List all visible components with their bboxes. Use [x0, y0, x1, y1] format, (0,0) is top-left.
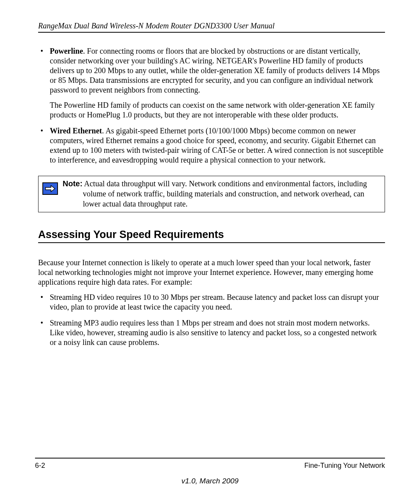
note-box: Note: Actual data throughput will vary. … — [38, 176, 385, 212]
lead-term: Wired Ethernet — [50, 126, 102, 135]
chapter-title: Fine-Tuning Your Network — [304, 462, 385, 470]
lead-rest: . For connecting rooms or floors that ar… — [50, 47, 380, 94]
version-label: v1.0, March 2009 — [0, 477, 420, 485]
header-rule — [38, 32, 385, 33]
note-label: Note: — [63, 179, 82, 188]
page-footer: 6-2 Fine-Tuning Your Network — [35, 458, 385, 470]
list-item-para: The Powerline HD family of products can … — [50, 100, 385, 120]
arrow-right-icon — [42, 182, 58, 195]
document-page: RangeMax Dual Band Wireless-N Modem Rout… — [0, 0, 420, 504]
list-item-para: Wired Ethernet. As gigabit-speed Etherne… — [50, 126, 385, 165]
running-header: RangeMax Dual Band Wireless-N Modem Rout… — [38, 21, 385, 30]
list-item-para: Streaming HD video requires 10 to 30 Mbp… — [50, 292, 385, 312]
list-item: Streaming HD video requires 10 to 30 Mbp… — [38, 292, 385, 312]
bullet-list-1: Powerline. For connecting rooms or floor… — [38, 46, 385, 165]
footer-rule — [35, 458, 385, 458]
list-item: Streaming MP3 audio requires less than 1… — [38, 318, 385, 347]
list-item: Wired Ethernet. As gigabit-speed Etherne… — [38, 126, 385, 165]
note-body: Actual data throughput will vary. Networ… — [82, 179, 367, 208]
bullet-list-2: Streaming HD video requires 10 to 30 Mbp… — [38, 292, 385, 347]
list-item: Powerline. For connecting rooms or floor… — [38, 46, 385, 120]
note-text: Note: Actual data throughput will vary. … — [63, 178, 381, 209]
section-heading: Assessing Your Speed Requirements — [38, 229, 385, 241]
page-number: 6-2 — [35, 462, 45, 470]
section-intro: Because your Internet connection is like… — [38, 258, 385, 287]
lead-term: Powerline — [50, 47, 83, 55]
list-item-para: Powerline. For connecting rooms or floor… — [50, 46, 385, 95]
list-item-para: Streaming MP3 audio requires less than 1… — [50, 318, 385, 347]
section-rule — [38, 242, 385, 243]
